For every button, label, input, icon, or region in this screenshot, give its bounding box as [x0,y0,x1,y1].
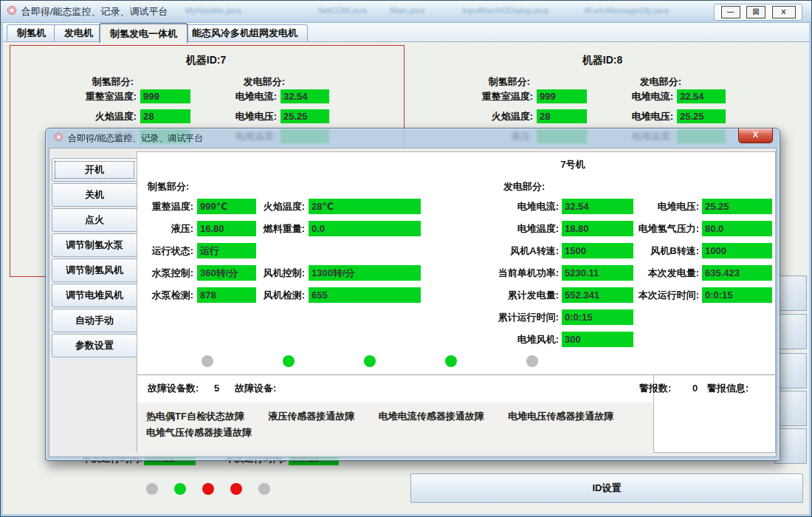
fault-item: 液压传感器接通故障 [268,408,354,425]
field-value: 28℃ [309,199,421,214]
field-value: 25.25 [677,109,726,123]
field-label: 风机检测: [257,287,305,303]
app-icon [55,133,63,141]
field-value: 878 [197,287,256,303]
status-light [230,483,242,495]
maximize-icon[interactable]: 回 [746,6,765,18]
alarm-info-label: 警报信息: [707,381,749,396]
status-light [526,355,538,367]
dialog-titlebar[interactable]: 合即得/能态监控、记录、调试平台 X [46,129,780,148]
field-value: 5230.11 [562,265,633,281]
auto-manual-button[interactable]: 自动手动 [52,309,137,332]
dialog-body: 开机 关机 点火 调节制氢水泵 调节制氢风机 调节电堆风机 自动手动 参数设置 … [49,148,777,457]
status-light [364,355,376,367]
tab-bar: 制氢机 发电机 制氢发电一体机 能态风冷多机组网发电机 [3,23,809,41]
field-value: 0:0:15 [562,309,633,325]
dialog-machine-title: 7号机 [492,158,654,171]
machine7-title: 机器ID:7 [132,54,280,67]
status-light [202,483,214,495]
status-light [283,355,295,367]
machine8-hydrogen-header: 制氢部分: [441,75,530,89]
dialog-data-panel: 7号机 制氢部分: 重整温度: 999℃ 火焰温度: 28℃ 液压: 16.80… [137,151,776,453]
field-label: 水泵检测: [137,287,193,303]
fault-devices-label: 故障设备: [235,381,276,396]
ghost-file-tab: Main.java [390,6,424,15]
fault-item: 电堆电压传感器接通故障 [508,408,613,425]
field-label: 电堆电压: [625,199,699,214]
adjust-hydrogen-fan-button[interactable]: 调节制氢风机 [52,258,137,282]
dialog-title: 合即得/能态监控、记录、调试平台 [68,132,203,145]
field-label: 电堆电压: [574,109,673,123]
ghost-file-tab: InputMachIDDialog.java [462,6,548,15]
field-label: 电堆氢气压力: [625,221,699,236]
power-on-button[interactable]: 开机 [52,158,137,182]
fault-item: 电堆电流传感器接通故障 [379,408,484,425]
field-value: 32.54 [281,89,329,103]
power-off-button[interactable]: 关机 [52,183,137,207]
alarm-count: 0 [692,381,698,396]
field-value: 0.0 [309,221,421,236]
window-controls: — 回 X [714,4,802,21]
app-icon [7,6,16,15]
field-label: 电堆电压: [178,109,277,123]
tab-aircooled-multiunit[interactable]: 能态风冷多机组网发电机 [182,24,308,41]
fault-count-label: 故障设备数: [148,381,199,396]
divider [137,374,775,375]
field-label: 累计运行时间: [447,309,559,325]
field-label: 重整温度: [137,199,193,214]
field-label: 当前单机功率: [447,265,559,281]
field-value: 32.54 [677,89,726,103]
ghost-file-tab: 4FuncMessageDlg.java [584,6,669,15]
field-label: 风机B转速: [625,243,699,258]
fault-count: 5 [214,381,219,396]
field-value: 0:0:15 [702,287,772,303]
adjust-hydrogen-pump-button[interactable]: 调节制氢水泵 [52,233,137,257]
field-value: 999℃ [197,199,256,214]
field-label: 火焰温度: [30,109,137,123]
field-value: 300 [562,332,633,347]
field-label: 水泵控制: [137,265,193,281]
app-window: 合即得/能态监控、记录、调试平台 MyHandler.java NetCOM.j… [0,0,812,517]
status-light [445,355,457,367]
status-light [202,355,213,367]
close-icon[interactable]: X [772,6,796,18]
field-label: 风机控制: [257,265,305,281]
field-value: 1000 [702,243,772,258]
field-value: 1300转/分 [309,265,421,281]
field-label: 重整室温度: [30,89,137,103]
field-label: 火焰温度: [257,199,305,214]
id-settings-button[interactable]: ID设置 [410,473,803,503]
field-label: 燃料重量: [257,221,305,236]
minimize-icon[interactable]: — [721,6,740,18]
field-value: 25.25 [702,199,772,214]
tab-hydrogen-power-combined[interactable]: 制氢发电一体机 [99,23,188,43]
machine7-detail-dialog: 合即得/能态监控、记录、调试平台 X 开机 关机 点火 调节制氢水泵 调节制氢风… [45,128,780,461]
tab-hydrogen-machine[interactable]: 制氢机 [7,24,56,41]
alarm-count-label: 警报数: [639,381,671,396]
adjust-stack-fan-button[interactable]: 调节电堆风机 [52,284,137,307]
field-label: 累计发电量: [447,287,559,303]
field-label: 电堆风机: [447,332,559,347]
fault-item: 电堆气压传感器接通故障 [146,425,252,441]
parameter-settings-button[interactable]: 参数设置 [52,334,137,357]
ignite-button[interactable]: 点火 [52,208,137,232]
tab-generator[interactable]: 发电机 [54,24,103,41]
field-value: 80.0 [702,221,772,236]
close-icon[interactable]: X [738,129,773,143]
field-value: 18.80 [562,221,633,236]
field-label: 运行状态: [137,243,193,258]
fault-item: 热电偶TF自检状态故障 [146,408,244,425]
power-section-header: 发电部分: [503,179,592,194]
field-label: 电堆电流: [178,89,277,103]
machine7-power-header: 发电部分: [196,75,285,89]
field-label: 风机A转速: [447,243,559,258]
ghost-file-tab: MyHandler.java [185,6,241,15]
window-titlebar[interactable]: 合即得/能态监控、记录、调试平台 MyHandler.java NetCOM.j… [1,1,811,23]
field-value: 552.341 [562,287,633,303]
field-value: 1500 [562,243,633,258]
field-label: 电堆电流: [447,199,559,214]
machine8-title: 机器ID:8 [529,54,676,67]
field-label: 电堆电流: [574,89,673,103]
status-light [174,483,186,495]
field-label: 液压: [137,221,193,236]
